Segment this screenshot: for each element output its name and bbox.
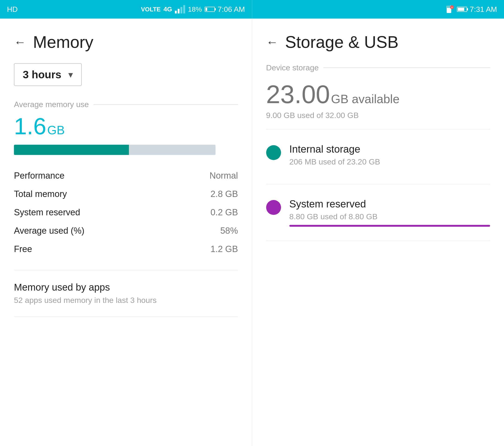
left-status-icons: VOLTE 4G 18% 7:06 AM	[141, 5, 245, 14]
svg-rect-3	[183, 5, 185, 14]
memory-stats: Performance Normal Total memory 2.8 GB S…	[14, 167, 238, 258]
stat-row-free: Free 1.2 GB	[14, 240, 238, 258]
left-status-bar: HD VOLTE 4G 18% 7:06 AM	[0, 0, 252, 18]
system-reserved-dot	[266, 200, 281, 215]
system-reserved-info: System reserved 8.80 GB used of 8.80 GB	[289, 198, 490, 227]
svg-text:×: ×	[451, 6, 453, 9]
storage-back-button[interactable]: ←	[266, 35, 278, 49]
memory-progress-fill	[14, 145, 129, 155]
stat-value-performance: Normal	[210, 171, 238, 181]
status-bars: HD VOLTE 4G 18% 7:06 AM	[0, 0, 504, 18]
stat-label-free: Free	[14, 244, 32, 254]
apps-section-subtitle: 52 apps used memory in the last 3 hours	[14, 296, 238, 305]
storage-gb-number: 23.00	[266, 80, 330, 108]
stat-row-performance: Performance Normal	[14, 167, 238, 185]
stat-value-free: 1.2 GB	[210, 244, 238, 254]
internal-storage-subtitle: 206 MB used of 23.20 GB	[289, 157, 490, 166]
system-reserved-item[interactable]: System reserved 8.80 GB used of 8.80 GB	[266, 191, 490, 234]
memory-title: Memory	[33, 33, 93, 52]
time-period-dropdown[interactable]: 3 hours ▾	[14, 63, 82, 86]
storage-panel: ← Storage & USB Device storage 23.00 GB …	[252, 18, 504, 446]
memory-header: ← Memory	[14, 33, 238, 52]
right-status-icons: × 7:31 AM	[446, 5, 497, 14]
stat-row-total: Total memory 2.8 GB	[14, 185, 238, 203]
internal-storage-title: Internal storage	[289, 143, 490, 155]
system-reserved-subtitle: 8.80 GB used of 8.80 GB	[289, 212, 490, 221]
storage-available-text: GB available	[331, 92, 399, 106]
svg-rect-7	[450, 6, 450, 8]
device-storage-label: Device storage	[266, 63, 490, 72]
sd-card-icon: ×	[446, 5, 454, 14]
internal-storage-item[interactable]: Internal storage 206 MB used of 23.20 GB	[266, 136, 490, 177]
memory-unit: GB	[47, 123, 65, 137]
svg-rect-6	[448, 6, 449, 8]
svg-rect-0	[175, 11, 177, 14]
storage-divider-3	[266, 241, 490, 241]
stat-label-total: Total memory	[14, 189, 67, 199]
stat-label-avg-used: Average used (%)	[14, 226, 84, 236]
4g-icon: 4G	[163, 6, 172, 13]
volte-icon: VOLTE	[141, 6, 161, 13]
memory-back-button[interactable]: ←	[14, 35, 26, 49]
memory-progress-bar	[14, 145, 216, 155]
battery-icon-right	[457, 7, 467, 12]
main-content: ← Memory 3 hours ▾ Average memory use 1.…	[0, 18, 504, 446]
time-period-label: 3 hours	[23, 68, 61, 81]
signal-icon	[175, 5, 185, 14]
stat-value-system-reserved: 0.2 GB	[210, 207, 238, 217]
average-memory-label: Average memory use	[14, 100, 238, 109]
internal-storage-info: Internal storage 206 MB used of 23.20 GB	[289, 143, 490, 170]
stat-row-avg-used: Average used (%) 58%	[14, 222, 238, 240]
memory-apps-section[interactable]: Memory used by apps 52 apps used memory …	[14, 275, 238, 312]
svg-rect-1	[178, 9, 180, 14]
battery-percent-left: 18%	[188, 5, 202, 13]
left-carrier-label: HD	[7, 5, 18, 14]
system-reserved-bar	[289, 225, 490, 227]
stat-value-total: 2.8 GB	[210, 189, 238, 199]
stat-value-avg-used: 58%	[220, 226, 238, 236]
internal-storage-dot	[266, 145, 281, 160]
apps-bottom-divider	[14, 316, 238, 317]
apps-section-title: Memory used by apps	[14, 282, 238, 293]
storage-title: Storage & USB	[285, 33, 398, 52]
memory-amount: 1.6 GB	[14, 114, 238, 138]
storage-divider-2	[266, 184, 490, 184]
chevron-down-icon: ▾	[68, 69, 73, 80]
storage-header: ← Storage & USB	[266, 33, 490, 52]
stat-label-performance: Performance	[14, 171, 65, 181]
storage-divider-1	[266, 129, 490, 129]
storage-available: 23.00 GB available	[266, 82, 490, 107]
right-status-bar: × 7:31 AM	[252, 0, 504, 18]
right-time: 7:31 AM	[470, 5, 497, 14]
time-period-dropdown-container: 3 hours ▾	[14, 63, 238, 86]
svg-rect-2	[180, 7, 182, 14]
system-reserved-title: System reserved	[289, 198, 490, 210]
svg-rect-5	[447, 6, 448, 8]
battery-icon-left	[205, 7, 215, 12]
memory-panel: ← Memory 3 hours ▾ Average memory use 1.…	[0, 18, 252, 446]
storage-used-text: 9.00 GB used of 32.00 GB	[266, 111, 490, 120]
memory-value: 1.6	[14, 113, 46, 139]
memory-divider	[14, 270, 238, 270]
stat-label-system-reserved: System reserved	[14, 207, 80, 217]
stat-row-system-reserved: System reserved 0.2 GB	[14, 203, 238, 222]
left-time: 7:06 AM	[218, 5, 245, 14]
